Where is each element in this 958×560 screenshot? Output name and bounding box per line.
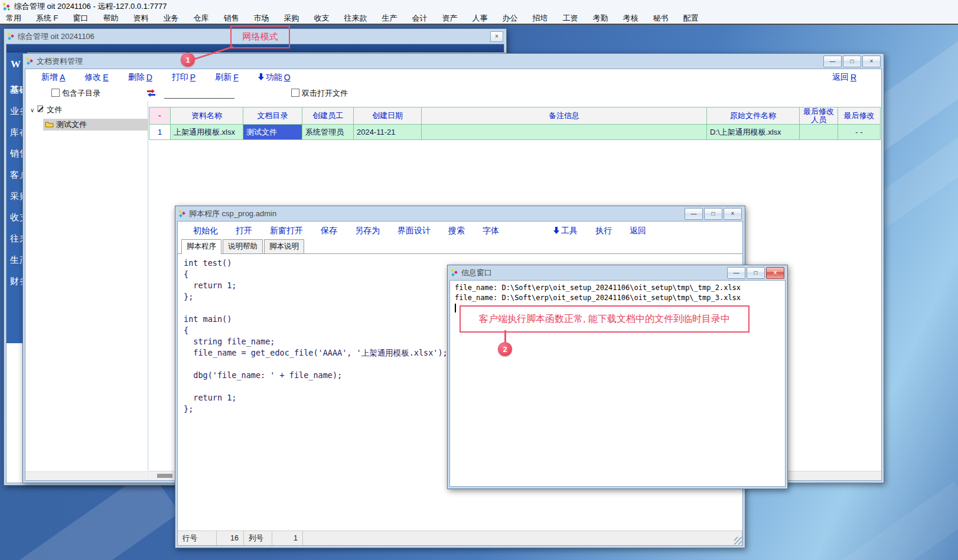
close-button[interactable]: × <box>862 56 881 67</box>
refresh-button[interactable]: 刷新F <box>215 72 239 83</box>
menu-item[interactable]: 办公 <box>503 13 518 24</box>
menu-item[interactable]: 采购 <box>284 13 299 24</box>
annotation-badge-2: 2 <box>498 342 512 356</box>
table-cell[interactable]: 系统管理员 <box>302 125 354 140</box>
menu-item[interactable]: 销售 <box>224 13 239 24</box>
table-cell[interactable] <box>422 125 707 140</box>
menu-item[interactable]: 招培 <box>533 13 548 24</box>
table-cell[interactable]: 1 <box>149 125 171 140</box>
column-header[interactable]: 创建日期 <box>354 107 422 125</box>
screen: 综合管理 oit 20241106 - 远程-127.0.0.1:7777 常用… <box>0 0 958 560</box>
menu-item[interactable]: 常用 <box>6 13 21 24</box>
scrollbar-thumb[interactable] <box>157 474 172 478</box>
table-row[interactable]: 1 上架通用模板.xlsx 测试文件 系统管理员 2024-11-21 D:\上… <box>149 125 881 140</box>
close-button[interactable]: × <box>766 267 784 279</box>
table-cell[interactable]: D:\上架通用模板.xlsx <box>707 125 800 140</box>
doc-tree-panel: ∨ 文件 测试文件 <box>25 101 148 480</box>
app-diamonds-icon <box>7 32 15 41</box>
column-header[interactable]: 创建员工 <box>302 107 354 125</box>
tab-help[interactable]: 说明帮助 <box>223 239 263 253</box>
table-cell[interactable] <box>800 125 838 140</box>
column-header[interactable]: 备注信息 <box>422 107 707 125</box>
menu-item[interactable]: 考勤 <box>593 13 608 24</box>
swap-icon[interactable] <box>146 89 156 97</box>
script-titlebar[interactable]: 脚本程序 csp_prog.admin — □ × <box>175 206 745 221</box>
filter-input[interactable] <box>164 87 234 99</box>
table-cell[interactable]: 上架通用模板.xlsx <box>171 125 243 140</box>
maximize-button[interactable]: □ <box>843 56 861 67</box>
menu-item[interactable]: 帮助 <box>103 13 119 24</box>
tools-button[interactable]: 工具 <box>553 226 578 236</box>
annotation-box-net-mode: 网络模式 <box>230 25 290 48</box>
minimize-button[interactable]: — <box>823 56 842 67</box>
menu-item[interactable]: 资料 <box>133 13 149 24</box>
add-button[interactable]: 新增A <box>41 72 65 83</box>
doc-titlebar[interactable]: 文档资料管理 — □ × <box>23 54 884 69</box>
menu-item[interactable]: 资产 <box>442 13 458 24</box>
menu-item[interactable]: 生产 <box>382 13 397 24</box>
tab-script-program[interactable]: 脚本程序 <box>181 239 221 254</box>
menu-item[interactable]: 考核 <box>623 13 638 24</box>
table-cell-selected[interactable]: 测试文件 <box>243 125 302 140</box>
tree-root-item[interactable]: ∨ 文件 <box>30 105 148 115</box>
maximize-button[interactable]: □ <box>704 208 722 220</box>
table-cell[interactable]: 2024-11-21 <box>354 125 422 140</box>
return-button[interactable]: 返回R <box>832 72 881 83</box>
font-button[interactable]: 字体 <box>483 226 499 236</box>
tree-scrollbar[interactable] <box>25 471 147 480</box>
script-statusbar: 行号 16 列号 1 <box>178 530 742 545</box>
include-subdir-checkbox[interactable]: 包含子目录 <box>51 88 100 99</box>
menu-item[interactable]: 收支 <box>314 13 330 24</box>
open-folder-icon <box>45 121 54 129</box>
menu-item[interactable]: 人事 <box>473 13 488 24</box>
open-button[interactable]: 打开 <box>236 226 252 236</box>
column-header[interactable]: 最后修改 <box>838 107 881 125</box>
ui-design-button[interactable]: 界面设计 <box>397 226 431 236</box>
minimize-button[interactable]: — <box>685 208 703 220</box>
status-col-label: 列号 <box>244 531 272 545</box>
init-button[interactable]: 初始化 <box>193 226 218 236</box>
expander-icon[interactable]: ∨ <box>30 107 34 113</box>
column-header[interactable]: - <box>149 107 171 125</box>
save-as-button[interactable]: 另存为 <box>355 226 380 236</box>
info-window: 信息窗口 — □ × file_name: D:\Soft\erp\oit_se… <box>447 265 788 489</box>
menu-item[interactable]: 窗口 <box>73 13 89 24</box>
menu-item[interactable]: 秘书 <box>653 13 669 24</box>
info-window-title: 信息窗口 <box>461 268 492 278</box>
open-new-window-button[interactable]: 新窗打开 <box>270 226 303 236</box>
close-icon[interactable]: × <box>490 31 503 42</box>
minimize-button[interactable]: — <box>727 267 745 279</box>
column-header[interactable]: 文档目录 <box>243 107 302 125</box>
info-titlebar[interactable]: 信息窗口 — □ × <box>448 265 787 280</box>
resize-grip[interactable] <box>734 537 742 545</box>
table-cell[interactable]: - - <box>838 125 881 140</box>
menu-item[interactable]: 工资 <box>563 13 578 24</box>
return-button[interactable]: 返回 <box>630 226 646 236</box>
close-button[interactable]: × <box>724 208 742 220</box>
run-button[interactable]: 执行 <box>595 226 612 236</box>
menu-item[interactable]: 业务 <box>164 13 179 24</box>
status-empty <box>303 531 742 545</box>
menu-item[interactable]: 市场 <box>254 13 269 24</box>
column-header[interactable]: 资料名称 <box>171 107 243 125</box>
mdi-window-title: 综合管理 oit 20241106 <box>18 31 95 42</box>
tree-child-item[interactable]: 测试文件 <box>43 119 148 131</box>
doc-window-title: 文档资料管理 <box>37 56 83 67</box>
menu-item[interactable]: 会计 <box>412 13 428 24</box>
menu-item[interactable]: 仓库 <box>194 13 209 24</box>
print-button[interactable]: 打印P <box>172 72 195 83</box>
status-line-label: 行号 <box>178 531 217 545</box>
save-button[interactable]: 保存 <box>321 226 337 236</box>
maximize-button[interactable]: □ <box>747 267 765 279</box>
functions-button[interactable]: 功能O <box>258 72 291 83</box>
menu-item[interactable]: 配置 <box>683 13 699 24</box>
search-button[interactable]: 搜索 <box>448 226 465 236</box>
modify-button[interactable]: 修改E <box>84 72 108 83</box>
dblclick-open-checkbox[interactable]: 双击打开文件 <box>291 88 348 99</box>
menu-item[interactable]: 系统 F <box>36 13 58 24</box>
tab-script-description[interactable]: 脚本说明 <box>264 239 304 253</box>
column-header[interactable]: 最后修改人员 <box>800 107 838 125</box>
column-header[interactable]: 原始文件名称 <box>707 107 800 125</box>
delete-button[interactable]: 删除D <box>128 72 152 83</box>
menu-item[interactable]: 往来款 <box>344 13 367 24</box>
